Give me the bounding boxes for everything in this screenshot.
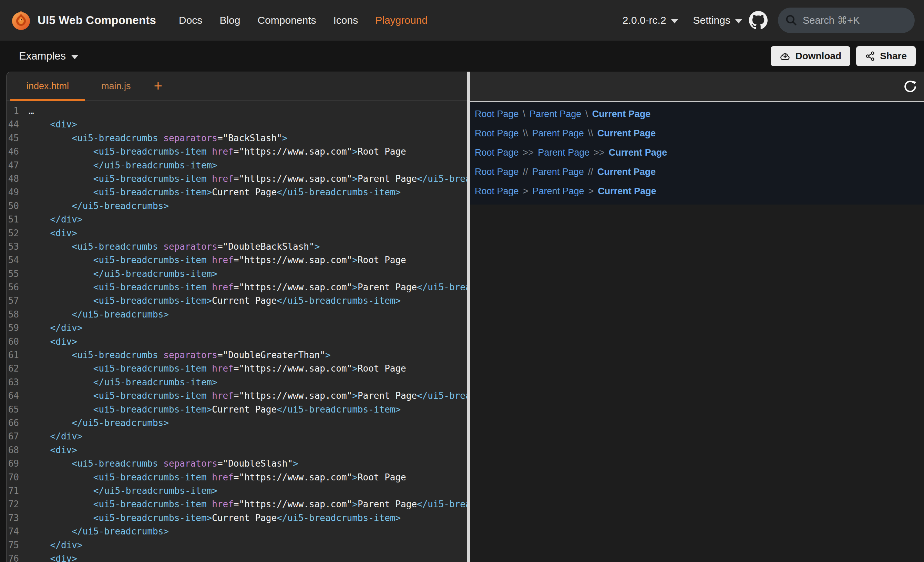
code-text: </ui5-breadcrumbs>	[28, 308, 169, 321]
code-line: 50 </ui5-breadcrumbs>	[6, 199, 467, 213]
code-text: </ui5-breadcrumbs-item>	[28, 376, 218, 389]
breadcrumb-current-page: Current Page	[598, 186, 656, 196]
breadcrumb-link[interactable]: Parent Page	[538, 147, 590, 158]
code-line: 70 <ui5-breadcrumbs-item href="https://w…	[6, 471, 467, 484]
code-line: 74 </ui5-breadcrumbs>	[6, 525, 467, 538]
breadcrumb-link[interactable]: Root Page	[475, 109, 519, 120]
line-number: 52	[6, 226, 28, 240]
code-text: <div>	[28, 118, 77, 131]
line-number: 65	[6, 403, 28, 416]
nav-link-components[interactable]: Components	[257, 15, 316, 26]
code-line: 64 <ui5-breadcrumbs-item href="https://w…	[6, 389, 467, 403]
nav-link-playground[interactable]: Playground	[375, 15, 428, 26]
code-text: <ui5-breadcrumbs-item href="https://www.…	[28, 253, 406, 267]
download-button[interactable]: Download	[771, 46, 850, 66]
code-line: 71 </ui5-breadcrumbs-item>	[6, 484, 467, 498]
breadcrumb: Root Page\\Parent Page\\Current Page	[475, 124, 924, 143]
code-line: 60 <div>	[6, 335, 467, 349]
code-line: 58 </ui5-breadcrumbs>	[6, 308, 467, 321]
preview-toolbar	[470, 72, 924, 102]
breadcrumb-separator: //	[523, 167, 528, 177]
line-number: 61	[6, 349, 28, 362]
search-icon	[785, 14, 798, 27]
search-box	[778, 7, 915, 33]
code-text: <ui5-breadcrumbs-item>Current Page</ui5-…	[28, 403, 400, 416]
nav-link-blog[interactable]: Blog	[219, 15, 240, 26]
breadcrumb-link[interactable]: Root Page	[475, 147, 519, 158]
breadcrumb-link[interactable]: Root Page	[475, 128, 519, 139]
code-text: <ui5-breadcrumbs separators="DoubleSlash…	[28, 457, 298, 471]
line-number: 56	[6, 281, 28, 294]
breadcrumb-link[interactable]: Root Page	[475, 186, 519, 196]
line-number: 54	[6, 253, 28, 267]
add-tab-button[interactable]: +	[150, 72, 167, 100]
breadcrumb: Root Page>>Parent Page>>Current Page	[475, 143, 924, 162]
breadcrumb: Root Page//Parent Page//Current Page	[475, 162, 924, 181]
breadcrumb-link[interactable]: Root Page	[475, 167, 519, 177]
nav-link-icons[interactable]: Icons	[333, 15, 358, 26]
code-line: 47 </ui5-breadcrumbs-item>	[6, 159, 467, 172]
code-line: 65 <ui5-breadcrumbs-item>Current Page</u…	[6, 403, 467, 416]
breadcrumb-link[interactable]: Parent Page	[532, 128, 584, 139]
code-text: <ui5-breadcrumbs-item>Current Page</ui5-…	[28, 511, 400, 525]
code-text: <ui5-breadcrumbs-item>Current Page</ui5-…	[28, 186, 400, 199]
version-label: 2.0.0-rc.2	[622, 15, 666, 26]
breadcrumb-current-page: Current Page	[597, 167, 656, 177]
examples-toolbar: Examples Download Share	[0, 40, 924, 72]
code-line: 52 <div>	[6, 226, 467, 240]
nav-link-docs[interactable]: Docs	[179, 15, 202, 26]
breadcrumb-separator: >>	[594, 147, 604, 158]
code-line: 72 <ui5-breadcrumbs-item href="https://w…	[6, 498, 467, 511]
code-line: 48 <ui5-breadcrumbs-item href="https://w…	[6, 172, 467, 186]
breadcrumb-link[interactable]: Parent Page	[530, 109, 581, 120]
line-number: 73	[6, 511, 28, 525]
code-text: </div>	[28, 539, 82, 552]
code-line: 59 </div>	[6, 321, 467, 335]
code-line: 69 <ui5-breadcrumbs separators="DoubleSl…	[6, 457, 467, 471]
github-link[interactable]	[749, 11, 768, 30]
tab-index.html[interactable]: index.html	[10, 72, 85, 100]
line-number: 59	[6, 321, 28, 335]
search-input[interactable]	[803, 15, 908, 26]
breadcrumb-separator: >	[523, 186, 528, 196]
share-button[interactable]: Share	[856, 46, 916, 66]
editor-tabbar: index.htmlmain.js+	[6, 72, 467, 101]
preview-pane: Root Page\Parent Page\Current PageRoot P…	[470, 72, 924, 562]
code-editor-pane: index.htmlmain.js+ 1…44 <div>45 <ui5-bre…	[6, 72, 467, 562]
code-text: <div>	[28, 552, 77, 562]
pane-splitter-handle[interactable]	[467, 72, 470, 562]
code-area[interactable]: 1…44 <div>45 <ui5-breadcrumbs separators…	[6, 101, 467, 562]
line-number: 57	[6, 294, 28, 307]
line-number: 64	[6, 389, 28, 403]
brand[interactable]: UI5 Web Components	[10, 10, 156, 31]
line-number: 49	[6, 186, 28, 199]
breadcrumb-link[interactable]: Parent Page	[532, 167, 584, 177]
code-text: …	[28, 104, 34, 118]
code-text: <ui5-breadcrumbs-item href="https://www.…	[28, 172, 467, 186]
code-text: </ui5-breadcrumbs>	[28, 416, 169, 430]
share-label: Share	[880, 51, 907, 61]
download-label: Download	[795, 51, 842, 61]
code-text: <ui5-breadcrumbs-item href="https://www.…	[28, 145, 406, 159]
chevron-down-icon	[71, 55, 78, 59]
breadcrumb-separator: \\	[588, 128, 593, 139]
line-number: 44	[6, 118, 28, 131]
line-number: 48	[6, 172, 28, 186]
refresh-button[interactable]	[903, 79, 917, 93]
breadcrumb-link[interactable]: Parent Page	[532, 186, 584, 196]
line-number: 62	[6, 362, 28, 375]
settings-menu[interactable]: Settings	[693, 15, 742, 26]
code-line: 46 <ui5-breadcrumbs-item href="https://w…	[6, 145, 467, 159]
version-menu[interactable]: 2.0.0-rc.2	[622, 15, 678, 26]
line-number: 71	[6, 484, 28, 498]
code-line: 55 </ui5-breadcrumbs-item>	[6, 267, 467, 281]
breadcrumb-separator: //	[588, 167, 593, 177]
line-number: 69	[6, 457, 28, 471]
github-icon	[749, 11, 768, 30]
breadcrumb-separator: \	[585, 109, 588, 120]
tab-main.js[interactable]: main.js	[85, 72, 147, 100]
code-line: 45 <ui5-breadcrumbs separators="BackSlas…	[6, 132, 467, 145]
line-number: 47	[6, 159, 28, 172]
code-text: <ui5-breadcrumbs-item href="https://www.…	[28, 281, 467, 294]
examples-menu[interactable]: Examples	[19, 50, 78, 62]
